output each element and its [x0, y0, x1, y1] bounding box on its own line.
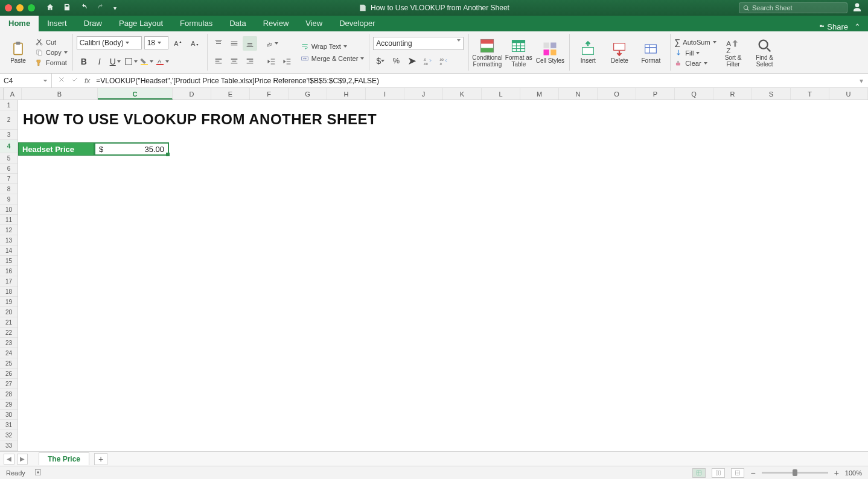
- row-header[interactable]: 19: [0, 297, 18, 307]
- row-header[interactable]: 28: [0, 389, 18, 399]
- user-account-icon[interactable]: [852, 2, 862, 14]
- zoom-out-button[interactable]: −: [750, 468, 755, 478]
- expand-formula-bar-icon[interactable]: ▾: [855, 77, 868, 85]
- tab-view[interactable]: View: [297, 15, 331, 31]
- fx-icon[interactable]: fx: [85, 77, 96, 85]
- copy-button[interactable]: Copy: [35, 48, 68, 57]
- col-header[interactable]: J: [404, 88, 443, 100]
- search-sheet-input[interactable]: Search Sheet: [739, 2, 847, 13]
- cut-button[interactable]: Cut: [35, 38, 68, 46]
- row-header[interactable]: 4: [0, 140, 18, 153]
- col-header[interactable]: L: [482, 88, 520, 100]
- col-header[interactable]: T: [791, 88, 829, 100]
- undo-icon[interactable]: [80, 3, 88, 13]
- fill-handle[interactable]: [166, 153, 170, 156]
- orientation-icon[interactable]: ab: [264, 36, 279, 51]
- next-sheet-button[interactable]: ▶: [17, 454, 28, 465]
- comma-style-icon[interactable]: ➤: [404, 54, 419, 68]
- row-header[interactable]: 25: [0, 358, 18, 369]
- redo-icon[interactable]: [97, 3, 105, 13]
- row-header[interactable]: 11: [0, 215, 18, 225]
- cancel-formula-icon[interactable]: [58, 76, 65, 85]
- share-button[interactable]: Share: [817, 22, 848, 31]
- col-header[interactable]: H: [327, 88, 366, 100]
- zoom-window-button[interactable]: [28, 4, 35, 11]
- cell-styles-button[interactable]: Cell Styles: [535, 40, 564, 64]
- find-select-button[interactable]: Find & Select: [750, 37, 779, 68]
- row-header[interactable]: 3: [0, 130, 18, 140]
- row-header[interactable]: 1: [0, 100, 18, 110]
- wrap-text-button[interactable]: Wrap Text: [301, 42, 365, 51]
- row-header[interactable]: 6: [0, 163, 18, 174]
- row-header[interactable]: 17: [0, 276, 18, 287]
- col-header[interactable]: A: [4, 88, 22, 100]
- col-header[interactable]: M: [520, 88, 559, 100]
- align-center-icon[interactable]: [227, 54, 241, 69]
- zoom-in-button[interactable]: +: [834, 468, 839, 478]
- tab-review[interactable]: Review: [255, 15, 298, 31]
- format-painter-button[interactable]: Format: [35, 59, 68, 67]
- font-color-button[interactable]: A: [155, 54, 170, 69]
- clear-button[interactable]: Clear: [674, 59, 716, 68]
- row-header[interactable]: 16: [0, 266, 18, 276]
- row-header[interactable]: 18: [0, 287, 18, 297]
- font-name-select[interactable]: Calibri (Body): [77, 36, 142, 49]
- decrease-font-icon[interactable]: A▼: [188, 36, 202, 51]
- row-header[interactable]: 22: [0, 328, 18, 338]
- cells-area[interactable]: HOW TO USE VLOOKUP FROM ANOTHER SHEET He…: [18, 100, 868, 451]
- align-bottom-icon[interactable]: [243, 36, 257, 51]
- col-header[interactable]: C: [98, 88, 173, 100]
- italic-button[interactable]: I: [92, 54, 107, 69]
- col-header[interactable]: O: [598, 88, 636, 100]
- format-cells-button[interactable]: Format: [636, 40, 665, 64]
- headset-price-value-cell[interactable]: $ 35.00: [94, 142, 169, 156]
- row-header[interactable]: 2: [0, 110, 18, 130]
- zoom-level[interactable]: 100%: [845, 469, 862, 477]
- add-sheet-button[interactable]: +: [94, 453, 107, 465]
- col-header[interactable]: K: [443, 88, 482, 100]
- collapse-ribbon-icon[interactable]: ⌃: [854, 22, 861, 31]
- bold-button[interactable]: B: [77, 54, 91, 69]
- col-header[interactable]: N: [559, 88, 598, 100]
- row-header[interactable]: 24: [0, 348, 18, 358]
- row-header[interactable]: 31: [0, 420, 18, 430]
- col-header[interactable]: D: [173, 88, 211, 100]
- underline-button[interactable]: U: [108, 54, 123, 69]
- col-header[interactable]: B: [22, 88, 98, 100]
- row-header[interactable]: 23: [0, 338, 18, 348]
- col-header[interactable]: E: [211, 88, 250, 100]
- insert-cells-button[interactable]: Insert: [573, 40, 602, 64]
- zoom-slider[interactable]: [762, 472, 828, 474]
- tab-draw[interactable]: Draw: [75, 15, 110, 31]
- font-size-select[interactable]: 18: [144, 36, 168, 49]
- decrease-indent-icon[interactable]: [264, 54, 279, 69]
- sheet-tab-active[interactable]: The Price: [39, 452, 89, 465]
- row-header[interactable]: 9: [0, 194, 18, 205]
- tab-home[interactable]: Home: [0, 14, 39, 31]
- tab-formulas[interactable]: Formulas: [171, 15, 221, 31]
- fill-button[interactable]: Fill: [674, 49, 716, 57]
- conditional-formatting-button[interactable]: Conditional Formatting: [473, 37, 502, 68]
- increase-indent-icon[interactable]: [280, 54, 295, 69]
- row-header[interactable]: 27: [0, 379, 18, 389]
- sheet-title-cell[interactable]: HOW TO USE VLOOKUP FROM ANOTHER SHEET: [23, 111, 377, 128]
- headset-price-label-cell[interactable]: Headset Price: [18, 142, 94, 156]
- sort-filter-button[interactable]: AZSort & Filter: [719, 37, 748, 68]
- row-header[interactable]: 29: [0, 399, 18, 410]
- delete-cells-button[interactable]: Delete: [605, 40, 634, 64]
- row-header[interactable]: 20: [0, 307, 18, 317]
- close-window-button[interactable]: [5, 4, 12, 11]
- col-header[interactable]: S: [752, 88, 791, 100]
- home-icon[interactable]: [46, 3, 54, 13]
- row-header[interactable]: 30: [0, 410, 18, 420]
- save-icon[interactable]: [63, 3, 71, 13]
- tab-developer[interactable]: Developer: [331, 15, 383, 31]
- percent-icon[interactable]: %: [389, 54, 403, 68]
- spreadsheet-grid[interactable]: 1234567891011121314151617181920212223242…: [0, 100, 868, 451]
- col-header[interactable]: P: [636, 88, 675, 100]
- row-header[interactable]: 21: [0, 317, 18, 328]
- prev-sheet-button[interactable]: ◀: [4, 454, 14, 465]
- row-header[interactable]: 32: [0, 430, 18, 440]
- decrease-decimal-icon[interactable]: .00.0: [436, 54, 450, 68]
- tab-insert[interactable]: Insert: [39, 15, 75, 31]
